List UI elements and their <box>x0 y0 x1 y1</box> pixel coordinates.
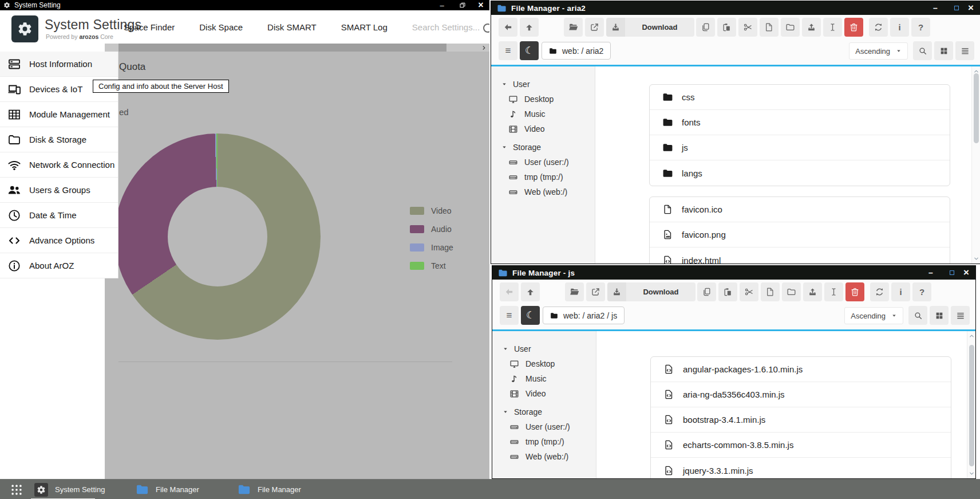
file-row[interactable]: echarts-common-3.8.5.min.js <box>651 433 951 458</box>
refresh-button[interactable] <box>870 282 889 301</box>
tree-item[interactable]: Web (web:/) <box>492 449 596 464</box>
sidebar-item-date-time[interactable]: Date & Time <box>0 203 118 228</box>
sidebar-item-advance-options[interactable]: Advance Options <box>0 228 118 253</box>
file-row[interactable]: jquery-3.3.1.min.js <box>651 458 951 478</box>
sort-order-dropdown[interactable]: Ascending <box>844 307 903 324</box>
sidebar-item-users-groups[interactable]: Users & Groups <box>0 178 118 203</box>
back-button[interactable] <box>500 282 519 301</box>
tree-item[interactable]: Video <box>492 386 596 401</box>
minimize-button[interactable]: – <box>924 266 938 280</box>
tree-item[interactable]: User (user:/) <box>492 419 596 434</box>
download-icon-button[interactable] <box>606 18 625 37</box>
menu-button[interactable]: ≡ <box>499 41 517 60</box>
help-button[interactable]: ? <box>911 18 930 37</box>
upload-button[interactable] <box>802 18 821 37</box>
cut-button[interactable] <box>740 282 758 301</box>
upload-button[interactable] <box>803 282 822 301</box>
tab-smart-log[interactable]: SMART Log <box>341 22 388 32</box>
info-button[interactable]: i <box>891 282 910 301</box>
minimize-button[interactable]: – <box>928 1 942 15</box>
close-button[interactable]: × <box>964 1 978 15</box>
info-button[interactable]: i <box>890 18 909 37</box>
tree-section-user[interactable]: User <box>492 341 596 356</box>
new-file-button[interactable] <box>761 282 780 301</box>
paste-button[interactable] <box>718 282 737 301</box>
dark-mode-button[interactable]: ☾ <box>520 41 539 60</box>
file-row[interactable]: langs <box>650 160 950 186</box>
system-settings-titlebar[interactable]: System Setting – × <box>0 0 489 10</box>
download-button[interactable]: Download <box>625 18 694 37</box>
tree-item[interactable]: Video <box>491 121 595 136</box>
horizontal-scrollbar[interactable] <box>105 44 489 52</box>
help-button[interactable]: ? <box>912 282 931 301</box>
file-row[interactable]: css <box>650 85 950 110</box>
open-in-new-button[interactable] <box>586 282 605 301</box>
close-button[interactable]: × <box>475 0 487 10</box>
taskbar-item-system-setting[interactable]: System Setting <box>34 480 105 499</box>
breadcrumb[interactable]: web: / aria2 <box>542 42 611 60</box>
tree-section-user[interactable]: User <box>491 77 595 92</box>
open-button[interactable] <box>565 282 584 301</box>
fm-titlebar[interactable]: File Manager - js – × <box>492 266 975 280</box>
file-row[interactable]: favicon.ico <box>650 197 950 222</box>
maximize-button[interactable] <box>947 1 961 15</box>
sort-order-dropdown[interactable]: Ascending <box>849 42 908 60</box>
download-icon-button[interactable] <box>607 282 626 301</box>
tree-item[interactable]: Desktop <box>491 92 595 107</box>
tree-item[interactable]: Web (web:/) <box>491 184 595 199</box>
file-row[interactable]: favicon.png <box>650 222 950 247</box>
taskbar-item-file-manager-1[interactable]: File Manager <box>136 480 199 499</box>
cut-button[interactable] <box>738 18 757 37</box>
scroll-up-button[interactable] <box>968 332 975 340</box>
legend-item[interactable]: Audio <box>410 220 453 238</box>
back-button[interactable] <box>499 18 517 37</box>
vertical-scrollbar[interactable] <box>967 331 975 478</box>
new-folder-button[interactable] <box>781 18 800 37</box>
file-row[interactable]: fonts <box>650 110 950 135</box>
tree-item[interactable]: User (user:/) <box>491 155 595 170</box>
sidebar-item-host-information[interactable]: Host Information <box>0 52 118 77</box>
scrollbar-thumb[interactable] <box>969 345 974 466</box>
tree-section-storage[interactable]: Storage <box>491 140 595 155</box>
scrollbar-thumb[interactable] <box>118 44 446 52</box>
sidebar-item-disk-storage[interactable]: Disk & Storage <box>0 127 118 152</box>
tree-section-storage[interactable]: Storage <box>492 404 596 419</box>
paste-button[interactable] <box>717 18 736 37</box>
tab-disk-smart[interactable]: Disk SMART <box>267 22 317 32</box>
download-button[interactable]: Download <box>626 282 696 301</box>
file-row[interactable]: js <box>650 135 950 160</box>
scroll-down-button[interactable] <box>968 470 975 477</box>
list-view-button[interactable] <box>955 41 974 60</box>
taskbar-item-file-manager-2[interactable]: File Manager <box>238 480 301 499</box>
scrollbar-thumb[interactable] <box>974 73 979 143</box>
list-view-button[interactable] <box>951 306 970 325</box>
file-row[interactable]: bootstrap-3.4.1.min.js <box>651 407 951 433</box>
file-row[interactable]: index.html <box>650 247 950 264</box>
tree-item[interactable]: Music <box>491 107 595 121</box>
sidebar-item-about-aroz[interactable]: About ArOZ <box>0 253 118 278</box>
scroll-right-button[interactable] <box>479 44 489 52</box>
copy-button[interactable] <box>696 18 715 37</box>
sidebar-item-network-connection[interactable]: Network & Connection <box>0 152 118 178</box>
tree-item[interactable]: tmp (tmp:/) <box>492 434 596 449</box>
delete-button[interactable] <box>845 282 864 301</box>
menu-button[interactable]: ≡ <box>500 306 519 325</box>
tab-space-finder[interactable]: Space Finder <box>124 22 175 32</box>
app-launcher-button[interactable] <box>5 480 29 499</box>
delete-button[interactable] <box>844 18 863 37</box>
up-button[interactable] <box>521 282 540 301</box>
file-row[interactable]: aria-ng-da5356c403.min.js <box>651 382 951 407</box>
search-button[interactable] <box>913 41 932 60</box>
rename-button[interactable] <box>824 282 843 301</box>
refresh-button[interactable] <box>869 18 888 37</box>
tree-item[interactable]: tmp (tmp:/) <box>491 170 595 184</box>
legend-item[interactable]: Video <box>410 202 453 220</box>
open-in-new-button[interactable] <box>585 18 604 37</box>
restore-button[interactable] <box>456 0 469 10</box>
new-file-button[interactable] <box>760 18 779 37</box>
open-button[interactable] <box>564 18 583 37</box>
dark-mode-button[interactable]: ☾ <box>521 306 540 325</box>
maximize-button[interactable] <box>942 266 956 280</box>
grid-view-button[interactable] <box>930 306 949 325</box>
copy-button[interactable] <box>697 282 716 301</box>
